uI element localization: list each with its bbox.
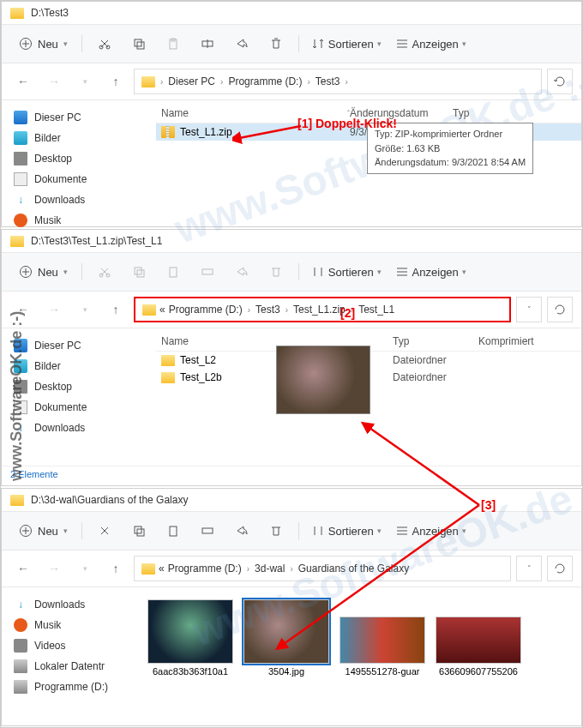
view-button[interactable]: Anzeigen ▾ [390,33,472,54]
copy-button[interactable] [123,260,154,284]
sidebar-item-pictures[interactable]: Bilder [5,128,153,148]
col-name[interactable]: Name [161,335,290,347]
paste-button[interactable] [158,260,189,284]
copy-icon [132,37,146,51]
share-button[interactable] [226,519,257,543]
thumbnail-item[interactable]: 6aac83b363f10a1 [147,599,233,677]
scissors-icon [98,524,111,538]
address-bar[interactable]: « Programme (D:)› Test3› Test_L1.zip› Te… [134,297,511,322]
copy-icon [132,524,146,538]
up-button[interactable]: ↑ [103,557,129,581]
forward-button[interactable]: → [41,69,67,93]
up-button[interactable]: ↑ [103,298,129,322]
address-bar[interactable]: › Dieser PC› Programme (D:)› Test3› [134,69,542,94]
copy-button[interactable] [123,519,154,543]
sidebar-item-pictures[interactable]: Bilder [5,356,153,376]
sidebar-item-desktop[interactable]: Desktop [5,376,153,397]
sidebar-item-downloads[interactable]: ↓Downloads [5,190,153,210]
copy-button[interactable] [123,32,154,56]
share-button[interactable] [226,32,257,56]
thumbnail-grid: 6aac83b363f10a1 3504.jpg 1495551278-guar… [139,587,581,704]
paste-button[interactable] [158,519,189,543]
sidebar-item-pc[interactable]: Dieser PC [5,335,153,356]
rename-button[interactable] [192,519,223,543]
sidebar-item-documents[interactable]: Dokumente [5,169,153,190]
cut-button[interactable] [89,260,120,284]
paste-button[interactable] [158,32,189,56]
back-button[interactable]: ← [10,69,36,93]
sidebar-item-videos[interactable]: Videos [5,635,135,656]
folder-icon [142,304,156,316]
breadcrumb[interactable]: Dieser PC [168,75,215,87]
sidebar-item-music[interactable]: Musik [5,210,153,231]
sort-button[interactable]: Sortieren ▾ [306,33,387,54]
breadcrumb[interactable]: Test3 [316,75,340,87]
sort-icon [311,37,325,51]
address-dropdown[interactable]: ˅ [516,297,542,322]
sidebar-item-documents[interactable]: Dokumente [5,397,153,418]
sidebar-item-downloads[interactable]: ↓Downloads [5,594,135,615]
sort-button[interactable]: Sortieren▾ [306,262,387,282]
thumbnail-item[interactable]: 1495551278-guar [340,599,425,677]
col-type[interactable]: Typ [453,107,538,119]
forward-button[interactable]: → [41,557,67,581]
breadcrumb[interactable]: Test_L1 [358,304,394,316]
up-button[interactable]: ↑ [103,69,129,93]
breadcrumb[interactable]: Programme (D:) [169,304,243,316]
col-date[interactable]: Änderungsdatum [350,107,453,119]
recent-button[interactable]: ▾ [72,557,98,581]
refresh-button[interactable] [547,297,573,322]
sidebar-item-programme-d[interactable]: Programme (D:) [5,677,135,697]
refresh-icon [553,303,567,316]
delete-button[interactable] [261,32,292,56]
view-icon [395,524,409,538]
thumbnail-item[interactable]: 636609607755206 [436,599,521,677]
drag-preview: + Kopieren [276,346,370,414]
toolbar: Neu ▾ Sortieren ▾ Anzeigen ▾ [2,25,581,63]
explorer-window-2: D:\Test3\Test_L1.zip\Test_L1 Neu ▾ Sorti… [1,229,582,486]
recent-button[interactable]: ▾ [72,69,98,93]
view-button[interactable]: Anzeigen▾ [390,262,472,282]
sidebar-item-downloads[interactable]: ↓Downloads [5,418,153,438]
cut-button[interactable] [89,519,120,543]
col-compressed[interactable]: Komprimiert [478,335,534,347]
sidebar-item-desktop[interactable]: Desktop [5,148,153,169]
new-button[interactable]: Neu ▾ [12,262,75,282]
address-bar[interactable]: « Programme (D:)› 3d-wal› Guardians of t… [134,556,511,581]
forward-button[interactable]: → [41,298,67,322]
rename-button[interactable] [192,32,223,56]
sort-button[interactable]: Sortieren▾ [306,520,387,541]
sidebar-item-music[interactable]: Musik [5,615,135,635]
clipboard-icon [166,265,180,279]
recent-button[interactable]: ▾ [72,298,98,322]
breadcrumb[interactable]: Guardians of the Galaxy [298,563,409,575]
image-thumb [436,617,521,664]
svg-rect-18 [170,526,177,536]
breadcrumb[interactable]: Test3 [255,304,280,316]
new-button[interactable]: Neu ▾ [12,33,75,54]
back-button[interactable]: ← [10,557,36,581]
breadcrumb[interactable]: Test_L1.zip [293,304,346,316]
music-icon [14,618,27,632]
address-dropdown[interactable]: ˅ [516,556,542,581]
delete-button[interactable] [261,260,292,284]
refresh-button[interactable] [547,69,573,94]
refresh-button[interactable] [547,556,573,581]
view-button[interactable]: Anzeigen▾ [390,520,472,541]
breadcrumb[interactable]: Programme (D:) [228,75,302,87]
share-button[interactable] [226,260,257,284]
sidebar-item-local-disk[interactable]: Lokaler Datentr [5,656,135,677]
window-title: D:\Test3 [31,7,69,19]
breadcrumb[interactable]: Programme (D:) [168,563,242,575]
col-type[interactable]: Typ [393,335,478,347]
delete-button[interactable] [261,519,292,543]
breadcrumb[interactable]: 3d-wal [255,563,285,575]
sidebar-item-pc[interactable]: Dieser PC [5,107,153,128]
rename-button[interactable] [192,260,223,284]
thumbnail-item[interactable]: 3504.jpg [243,599,329,677]
new-button[interactable]: Neu▾ [12,520,75,541]
desktop-icon [14,152,27,165]
cut-button[interactable] [89,32,120,56]
downloads-icon: ↓ [14,598,27,611]
col-name[interactable]: Name ˆ [161,107,350,119]
